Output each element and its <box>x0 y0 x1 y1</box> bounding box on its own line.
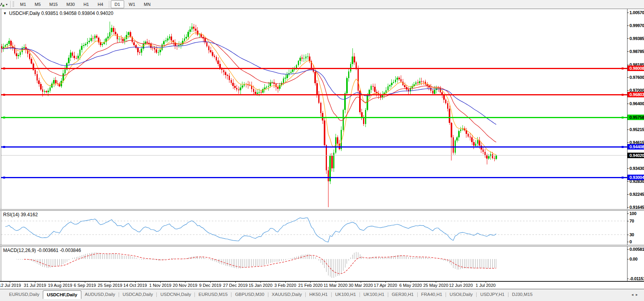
chart-bottom-border <box>0 281 644 282</box>
tab-GBPUSD-M30[interactable]: GBPUSD,M30 <box>231 290 268 299</box>
macd-axis-tick: 0.00 <box>629 256 644 262</box>
timeframe-button-D1[interactable]: D1 <box>111 0 124 8</box>
hline-price-label-0.94408: 0.94408 <box>627 144 644 150</box>
date-axis-label: 21 Feb 2020 <box>298 283 323 288</box>
tab-USOil-Daily[interactable]: USOil,Daily <box>446 290 476 299</box>
line-handle-left[interactable] <box>3 146 5 148</box>
tab-USDJPY-H1[interactable]: USDJPY,H1 <box>477 290 508 299</box>
hline-price-label-0.96803: 0.96803 <box>627 92 644 97</box>
line-handle-left[interactable] <box>3 67 5 69</box>
price-axis-tick: 0.92245 <box>629 192 644 197</box>
line-handle-left[interactable] <box>3 94 5 96</box>
ma-fast-line <box>2 33 496 154</box>
tab-scroll-left-icon[interactable]: ◂ <box>631 292 636 297</box>
timeframe-button-W1[interactable]: W1 <box>125 0 139 8</box>
timeframe-button-MN[interactable]: MN <box>140 0 154 8</box>
date-axis-label: 1 Jul 2020 <box>476 283 496 288</box>
tab-EURUSD-Daily[interactable]: EURUSD,Daily <box>6 290 43 299</box>
price-axis-tick: 1.00570 <box>629 10 644 15</box>
rsi-axis-tick: 0 <box>629 239 644 244</box>
date-axis-label: 17 Apr 2020 <box>374 283 397 288</box>
price-axis-tick-tick <box>627 51 629 52</box>
horizontal-line-0.93004[interactable] <box>1 177 627 179</box>
line-handle-right[interactable] <box>622 146 624 148</box>
tab-scroll-right-icon[interactable]: ▸ <box>636 292 640 297</box>
line-handle-right[interactable] <box>622 67 624 69</box>
timeframe-button-M30[interactable]: M30 <box>62 0 79 8</box>
candlestick-series <box>1 22 497 207</box>
macd-axis-tick-tick <box>627 279 629 279</box>
chart-tab-bar: EURUSD,DailyUSDCHF,DailyAUDUSD,DailyUSDC… <box>0 289 644 301</box>
macd-indicator-panel <box>1 246 627 281</box>
toolbar-separator <box>10 1 11 8</box>
timeframe-button-M5[interactable]: M5 <box>31 0 44 8</box>
tab-GER30-H1[interactable]: GER30,H1 <box>388 290 417 299</box>
price-axis-tick-tick <box>627 77 629 78</box>
macd-axis-tick-tick <box>627 259 629 259</box>
price-axis-tick: 0.97600 <box>629 75 644 80</box>
date-axis-label: 1 Nov 2019 <box>149 283 171 288</box>
tab-HK50-H1[interactable]: HK50,H1 <box>306 290 331 299</box>
price-axis-tick-tick <box>627 168 629 169</box>
date-axis-label: 12 Jun 2020 <box>449 283 473 288</box>
price-axis-tick-tick <box>627 194 629 195</box>
line-handle-right[interactable] <box>622 117 624 119</box>
ma-slow-line <box>2 42 496 124</box>
price-axis-tick-tick <box>627 130 629 130</box>
price-axis-tick: 0.96400 <box>629 101 644 106</box>
price-axis-tick: 0.98785 <box>629 49 644 54</box>
chart-title-text: USDCHF,Daily 0.93851 0.94058 0.93804 0.9… <box>9 11 114 16</box>
line-handle-right[interactable] <box>622 177 624 179</box>
rsi-line <box>6 218 496 242</box>
horizontal-line-0.94408[interactable] <box>1 146 627 148</box>
price-axis-tick-tick <box>627 207 629 208</box>
timeframe-button-M1[interactable]: M1 <box>16 0 30 8</box>
rsi-axis-tick-tick <box>627 221 629 221</box>
timeframe-button-M15[interactable]: M15 <box>46 0 62 8</box>
price-axis-tick: 0.99970 <box>629 23 644 28</box>
date-axis-label: 14 Oct 2019 <box>123 283 147 288</box>
line-handle-right[interactable] <box>622 94 624 96</box>
date-axis-label: 25 May 2020 <box>423 283 448 288</box>
tab-USDCNH-Daily[interactable]: USDCNH,Daily <box>157 290 194 299</box>
tab-DJ30-M15[interactable]: DJ30,M15 <box>508 290 536 299</box>
toolbar-grip[interactable] <box>13 2 14 7</box>
crosshair-cursor-icon <box>0 1 5 7</box>
date-axis-label: 6 Sep 2019 <box>74 283 96 288</box>
price-axis-tick-tick <box>627 26 629 26</box>
date-axis-label: 9 Dec 2019 <box>199 283 221 288</box>
tab-USDCHF-Daily[interactable]: USDCHF,Daily <box>43 290 81 299</box>
hline-price-label-0.98008: 0.98008 <box>627 66 644 71</box>
rsi-axis-tick: 30 <box>629 232 644 237</box>
hline-price-label-0.95758: 0.95758 <box>627 115 644 120</box>
date-axis-label: 15 Jan 2020 <box>249 283 273 288</box>
price-axis-tick-tick <box>627 65 629 65</box>
price-axis-tick-tick <box>627 181 629 182</box>
horizontal-line-0.96803[interactable] <box>1 94 627 96</box>
line-handle-left[interactable] <box>3 177 5 179</box>
line-handle-left[interactable] <box>3 117 5 119</box>
rsi-axis-tick-tick <box>627 242 629 242</box>
tab-XAUUSD-Daily[interactable]: XAUUSD,Daily <box>268 290 306 299</box>
tab-FRA40-H1[interactable]: FRA40,H1 <box>418 290 446 299</box>
date-axis-label: 25 Sep 2019 <box>98 283 122 288</box>
horizontal-line-0.95758[interactable] <box>1 117 627 119</box>
tab-UK100-H1[interactable]: UK100,H1 <box>360 290 388 299</box>
cursor-tool-button[interactable]: ▾ <box>0 0 9 8</box>
timeframe-buttons: M1M5M15M30H1H4D1W1MN <box>16 0 155 8</box>
tab-USDCAD-Daily[interactable]: USDCAD,Daily <box>119 290 156 299</box>
tab-UK100-H1[interactable]: UK100,H1 <box>332 290 360 299</box>
collapse-icon[interactable]: ▼ <box>3 11 7 15</box>
date-axis-label: 30 Mar 2020 <box>349 283 373 288</box>
timeframe-button-H1[interactable]: H1 <box>79 0 93 8</box>
tab-EURUSD-M15[interactable]: EURUSD,M15 <box>195 290 231 299</box>
rsi-axis-tick: 70 <box>629 218 644 224</box>
price-axis-tick: 0.99385 <box>629 36 644 41</box>
tab-AUDUSD-Daily[interactable]: AUDUSD,Daily <box>81 290 119 299</box>
price-axis-tick-tick <box>627 38 629 39</box>
timeframe-button-H4[interactable]: H4 <box>94 0 107 8</box>
price-axis-tick-tick <box>627 90 629 91</box>
rsi-axis-tick-tick <box>627 235 629 235</box>
horizontal-line-0.98008[interactable] <box>1 67 627 69</box>
toolbar-separator <box>109 1 109 8</box>
